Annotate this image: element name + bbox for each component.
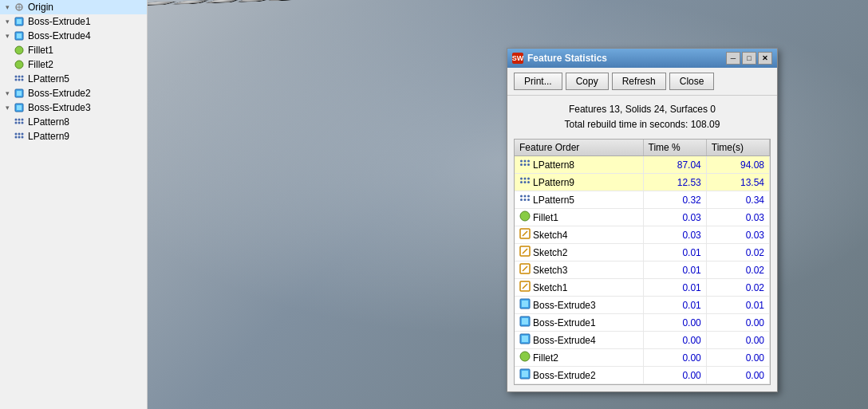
svg-point-19	[15, 119, 18, 121]
sketch-icon	[519, 246, 531, 259]
svg-rect-4	[17, 19, 22, 24]
table-row[interactable]: LPattern887.0494.08	[515, 156, 770, 174]
svg-point-22	[15, 122, 18, 124]
stats-line1: Features 13, Solids 24, Surfaces 0	[511, 102, 774, 117]
tree-item-label: LPattern9	[28, 131, 69, 142]
table-row[interactable]: Sketch10.010.02	[515, 279, 770, 297]
tree-item-label: Origin	[28, 2, 53, 13]
tree-item-label: Fillet2	[28, 59, 53, 70]
table-row[interactable]: LPattern50.320.34	[515, 191, 770, 209]
sidebar-item-fillet2[interactable]: Fillet2	[0, 57, 147, 72]
table-row[interactable]: Boss-Extrude30.010.01	[515, 297, 770, 314]
time-pct-cell: 0.01	[643, 262, 706, 279]
time-pct-cell: 0.01	[643, 279, 706, 297]
sidebar-item-boss-extrude1[interactable]: ▾Boss-Extrude1	[0, 14, 147, 29]
expand-icon	[3, 75, 11, 83]
tree-item-label: Boss-Extrude1	[28, 16, 91, 27]
feature-name: Sketch1	[533, 282, 567, 293]
sidebar-item-lpattern8[interactable]: LPattern8	[0, 115, 147, 129]
time-pct-cell: 0.00	[643, 349, 706, 367]
expand-icon: ▾	[3, 89, 11, 97]
bead-row	[239, 0, 267, 2]
table-row[interactable]: Boss-Extrude20.000.00	[515, 367, 770, 384]
svg-point-39	[527, 178, 530, 180]
sidebar-item-boss-extrude4[interactable]: ▾Boss-Extrude4	[0, 29, 147, 43]
svg-rect-61	[522, 318, 528, 324]
expand-icon: ▾	[3, 18, 11, 26]
feature-name: Boss-Extrude1	[533, 317, 596, 328]
refresh-button[interactable]: Refresh	[612, 73, 666, 90]
maximize-button[interactable]: □	[742, 52, 756, 65]
time-pct-cell: 0.01	[643, 244, 706, 262]
feature-name-cell: LPattern9	[515, 174, 643, 191]
feature-name-cell: LPattern8	[515, 156, 643, 174]
time-s-cell: 0.03	[706, 226, 769, 244]
svg-point-26	[18, 133, 21, 136]
minimize-button[interactable]: ─	[726, 52, 740, 65]
bead	[207, 0, 238, 3]
time-s-cell: 0.00	[706, 367, 769, 384]
time-s-cell: 0.34	[706, 191, 769, 209]
table-row[interactable]: Boss-Extrude40.000.00	[515, 332, 770, 349]
fillet-icon	[13, 44, 26, 57]
table-row[interactable]: LPattern912.5313.54	[515, 174, 770, 191]
tree-item-label: Boss-Extrude3	[28, 102, 91, 113]
sketch-icon	[519, 281, 531, 294]
time-pct-cell: 0.00	[643, 314, 706, 332]
feature-name-cell: Boss-Extrude4	[515, 332, 643, 349]
svg-point-11	[22, 76, 24, 78]
sidebar-item-fillet1[interactable]: Fillet1	[0, 43, 147, 57]
svg-point-42	[527, 181, 530, 183]
fillet-icon	[13, 58, 26, 71]
sidebar-item-boss-extrude2[interactable]: ▾Boss-Extrude2	[0, 86, 147, 100]
expand-icon	[3, 61, 11, 69]
table-row[interactable]: Boss-Extrude10.000.00	[515, 314, 770, 332]
print-button[interactable]: Print...	[514, 73, 562, 90]
feature-name-cell: Sketch3	[515, 262, 643, 279]
svg-point-13	[18, 79, 21, 81]
feature-table: Feature Order Time % Time(s) LPattern887…	[515, 140, 770, 384]
time-pct-cell: 0.01	[643, 297, 706, 314]
feature-name: Sketch3	[533, 265, 567, 276]
sidebar-item-origin[interactable]: ▾Origin	[0, 0, 147, 14]
dialog-close-button[interactable]: ✕	[758, 52, 772, 65]
table-row[interactable]: Sketch40.030.03	[515, 226, 770, 244]
tree-item-label: LPattern5	[28, 73, 69, 85]
table-row[interactable]: Sketch20.010.02	[515, 244, 770, 262]
tree-item-label: Boss-Extrude4	[28, 30, 91, 41]
table-header: Feature Order Time % Time(s)	[515, 140, 770, 156]
bead	[239, 0, 267, 2]
stats-summary: Features 13, Solids 24, Surfaces 0 Total…	[507, 96, 777, 136]
sketch-icon	[519, 263, 531, 277]
sidebar-item-lpattern9[interactable]: LPattern9	[0, 129, 147, 144]
feature-name: LPattern9	[533, 177, 574, 188]
expand-icon: ▾	[3, 32, 11, 40]
svg-point-64	[520, 352, 530, 361]
svg-point-20	[18, 119, 21, 121]
feature-name-cell: Sketch2	[515, 244, 643, 262]
svg-point-37	[520, 178, 523, 180]
svg-point-36	[527, 163, 530, 166]
table-row[interactable]: Fillet10.030.03	[515, 209, 770, 226]
boss-icon	[519, 298, 531, 312]
lpattern-icon	[13, 130, 26, 143]
fillet-icon	[519, 351, 531, 364]
sidebar-item-lpattern5[interactable]: LPattern5	[0, 72, 147, 86]
feature-statistics-dialog: SW Feature Statistics ─ □ ✕ Print... Cop…	[507, 48, 778, 392]
lpattern-icon	[519, 158, 531, 171]
svg-point-7	[15, 46, 23, 54]
time-s-cell: 0.02	[706, 244, 769, 262]
svg-point-35	[524, 163, 527, 166]
table-row[interactable]: Fillet20.000.00	[515, 349, 770, 367]
feature-name-cell: LPattern5	[515, 191, 643, 209]
feature-name-cell: Boss-Extrude1	[515, 314, 643, 332]
boss-icon	[519, 333, 531, 347]
svg-point-48	[527, 199, 530, 201]
time-pct-cell: 12.53	[643, 174, 706, 191]
svg-rect-16	[17, 91, 22, 96]
feature-name: LPattern5	[533, 195, 574, 206]
table-row[interactable]: Sketch30.010.02	[515, 262, 770, 279]
sidebar-item-boss-extrude3[interactable]: ▾Boss-Extrude3	[0, 100, 147, 115]
copy-button[interactable]: Copy	[566, 73, 609, 90]
close-dialog-button[interactable]: Close	[669, 73, 715, 90]
